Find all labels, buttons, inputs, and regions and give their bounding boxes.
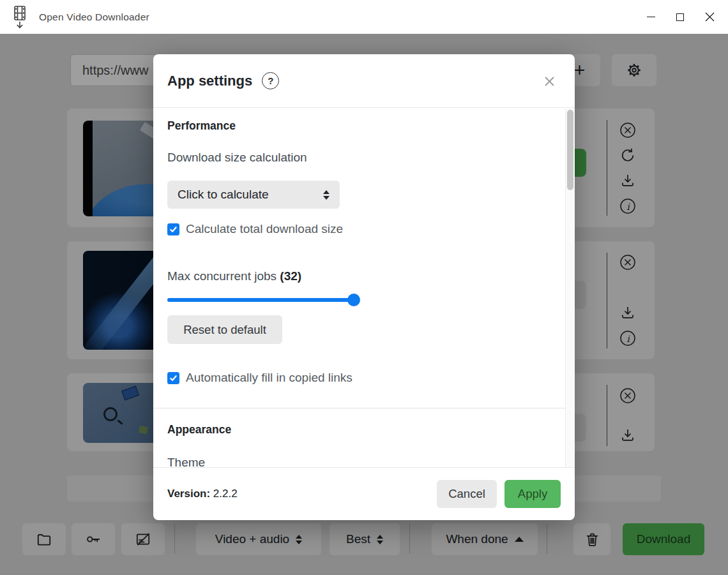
total-size-checkbox-label: Calculate total download size (186, 222, 343, 236)
theme-label: Theme (167, 456, 205, 467)
max-jobs-label: Max concurrent jobs (32) (167, 269, 301, 283)
app-title: Open Video Downloader (39, 11, 149, 23)
modal-body: Performance Download size calculation Cl… (153, 108, 575, 467)
version-value: 2.2.2 (213, 488, 238, 500)
total-size-checkbox-row[interactable]: Calculate total download size (167, 222, 343, 236)
close-button[interactable] (695, 0, 724, 34)
apply-button[interactable]: Apply (504, 480, 561, 508)
minimize-icon (647, 17, 655, 18)
max-jobs-slider[interactable] (167, 298, 358, 302)
modal-footer: Version: 2.2.2 Cancel Apply (153, 467, 575, 520)
maximize-icon (676, 13, 684, 21)
reset-to-default-button[interactable]: Reset to default (167, 315, 282, 344)
max-jobs-value: (32) (280, 269, 301, 283)
modal-scrollbar[interactable] (565, 108, 575, 467)
max-jobs-label-text: Max concurrent jobs (167, 269, 277, 283)
modal-close-button[interactable] (536, 54, 562, 108)
checkbox-checked-icon[interactable] (167, 372, 179, 384)
app-settings-modal: App settings ? Performance Download size… (153, 54, 575, 520)
app-icon (11, 5, 28, 29)
cancel-button[interactable]: Cancel (437, 480, 497, 508)
app-window: + (0, 0, 728, 575)
autofill-checkbox-label: Automatically fill in copied links (186, 371, 353, 385)
size-calc-select-value: Click to calculate (178, 188, 269, 202)
close-icon (705, 12, 715, 22)
modal-header: App settings ? (153, 54, 575, 108)
window-controls (636, 0, 724, 34)
scrollbar-thumb[interactable] (567, 110, 573, 190)
performance-heading: Performance (167, 119, 236, 133)
modal-title: App settings (167, 73, 252, 89)
version-text: Version: 2.2.2 (167, 488, 238, 500)
section-divider (153, 408, 575, 408)
checkbox-checked-icon[interactable] (167, 223, 179, 235)
dropdown-arrows-icon (323, 190, 330, 200)
slider-thumb[interactable] (347, 294, 360, 306)
titlebar: Open Video Downloader (0, 0, 728, 34)
size-calc-select[interactable]: Click to calculate (167, 181, 340, 209)
close-icon (544, 76, 555, 87)
minimize-button[interactable] (636, 0, 665, 34)
autofill-checkbox-row[interactable]: Automatically fill in copied links (167, 371, 353, 385)
appearance-heading: Appearance (167, 423, 231, 437)
maximize-button[interactable] (665, 0, 695, 34)
help-icon[interactable]: ? (262, 72, 279, 89)
version-label: Version: (167, 488, 210, 500)
size-calc-label: Download size calculation (167, 151, 307, 165)
